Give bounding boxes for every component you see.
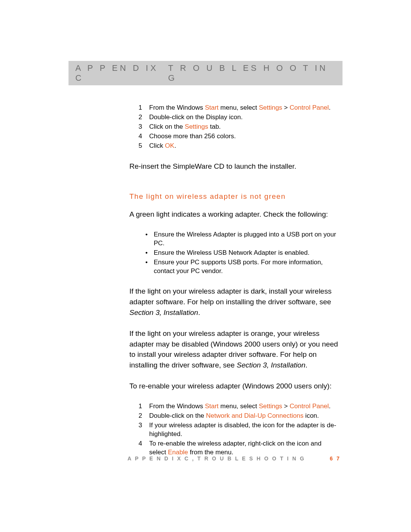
list-item: 1 From the Windows Start menu, select Se… — [139, 402, 339, 411]
content-area: 1 From the Windows Start menu, select Se… — [68, 104, 342, 457]
list-item: 3 Click on the Settings tab. — [139, 123, 339, 131]
bullet-text: Ensure the Wireless Adapter is plugged i… — [154, 230, 339, 248]
list-item: 1 From the Windows Start menu, select Se… — [139, 104, 339, 112]
list-item: •Ensure the Wireless USB Network Adapter… — [145, 249, 339, 257]
step-text: Choose more than 256 colors. — [149, 132, 339, 141]
page-number: 6 7 — [330, 455, 341, 462]
section-heading-light: The light on wireless adapter is not gre… — [129, 192, 339, 201]
bullet-icon: • — [145, 230, 154, 248]
steps-list-1: 1 From the Windows Start menu, select Se… — [139, 104, 339, 150]
step-text: From the Windows Start menu, select Sett… — [149, 104, 339, 112]
ui-ref-settings: Settings — [259, 104, 282, 111]
paragraph-reinsert: Re-insert the SimpleWare CD to launch th… — [129, 161, 339, 172]
list-item: 3 If your wireless adapter is disabled, … — [139, 421, 339, 439]
step-number: 5 — [139, 142, 149, 150]
step-number: 4 — [139, 132, 149, 141]
paragraph-orange: If the light on your wireless adapter is… — [129, 328, 339, 370]
step-number: 4 — [139, 439, 149, 457]
step-number: 3 — [139, 123, 149, 131]
bullet-text: Ensure the Wireless USB Network Adapter … — [154, 249, 339, 257]
ui-ref-enable: Enable — [168, 449, 188, 456]
step-text: To re-enable the wireless adapter, right… — [149, 439, 339, 457]
list-item: 2 Double-click on the Display icon. — [139, 113, 339, 122]
step-number: 2 — [139, 412, 149, 420]
ui-ref-control-panel: Control Panel — [290, 104, 329, 111]
list-item: 5 Click OK. — [139, 142, 339, 150]
header-band: A P P EN D IX C T R O U B L ES H O O T I… — [68, 61, 342, 85]
list-item: 2 Double-click on the Network and Dial-U… — [139, 412, 339, 420]
ui-ref-control-panel: Control Panel — [290, 403, 329, 410]
step-number: 1 — [139, 402, 149, 411]
footer-text: A P P E N D I X C , T R O U B L E S H O … — [127, 455, 305, 462]
step-text: If your wireless adapter is disabled, th… — [149, 421, 339, 439]
list-item: 4 To re-enable the wireless adapter, rig… — [139, 439, 339, 457]
step-text: Click on the Settings tab. — [149, 123, 339, 131]
paragraph-reenable: To re-enable your wireless adapter (Wind… — [129, 381, 339, 391]
cross-ref: Section 3, Installation — [129, 308, 198, 316]
page-footer: A P P E N D I X C , T R O U B L E S H O … — [127, 455, 341, 462]
ui-ref-network-dialup: Network and Dial-Up Connections — [206, 412, 303, 419]
bullet-icon: • — [145, 249, 154, 257]
step-text: From the Windows Start menu, select Sett… — [149, 402, 339, 411]
paragraph-dark: If the light on your wireless adapter is… — [129, 286, 339, 318]
ui-ref-settings: Settings — [259, 403, 282, 410]
header-left: A P P EN D IX C — [75, 63, 168, 83]
step-text: Click OK. — [149, 142, 339, 150]
bullet-icon: • — [145, 258, 154, 276]
step-text: Double-click on the Network and Dial-Up … — [149, 412, 339, 420]
paragraph-green: A green light indicates a working adapte… — [129, 209, 339, 220]
ui-ref-start: Start — [205, 104, 218, 111]
bullet-text: Ensure your PC supports USB ports. For m… — [154, 258, 339, 276]
ui-ref-ok: OK — [165, 142, 175, 149]
header-right: T R O U B L ES H O O T IN G — [168, 63, 336, 83]
step-number: 2 — [139, 113, 149, 122]
document-page: A P P EN D IX C T R O U B L ES H O O T I… — [0, 0, 411, 457]
cross-ref: Section 3, Installation — [237, 361, 306, 369]
steps-list-2: 1 From the Windows Start menu, select Se… — [139, 402, 339, 457]
step-number: 1 — [139, 104, 149, 112]
step-text: Double-click on the Display icon. — [149, 113, 339, 122]
step-number: 3 — [139, 421, 149, 439]
list-item: •Ensure your PC supports USB ports. For … — [145, 258, 339, 276]
ui-ref-start: Start — [205, 403, 218, 410]
ui-ref-settings-tab: Settings — [185, 123, 208, 130]
list-item: 4 Choose more than 256 colors. — [139, 132, 339, 141]
list-item: •Ensure the Wireless Adapter is plugged … — [145, 230, 339, 248]
bullet-list: •Ensure the Wireless Adapter is plugged … — [145, 230, 339, 276]
